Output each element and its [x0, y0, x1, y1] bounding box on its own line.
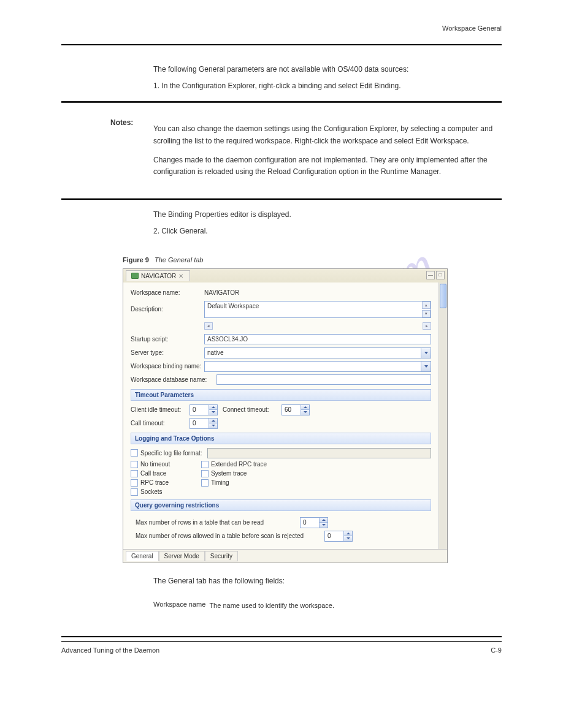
rpc-trace-checkbox[interactable] — [131, 479, 138, 487]
server-type-select[interactable]: native — [204, 347, 431, 358]
specific-log-label: Specific log file format: — [140, 450, 202, 457]
tab-general[interactable]: General — [126, 551, 159, 561]
vertical-scrollbar[interactable] — [439, 282, 447, 549]
chevron-down-icon[interactable] — [421, 362, 431, 371]
max-read-spinner[interactable]: 0 — [300, 517, 328, 528]
sys-trace-label: System trace — [211, 470, 247, 477]
scroll-down-icon[interactable]: ▾ — [422, 310, 431, 317]
footer-left: Advanced Tuning of the Daemon — [61, 646, 159, 654]
step-2: 2. Click General. — [61, 226, 502, 237]
field-ws-name-label: Workspace name — [153, 599, 209, 612]
ws-db-input[interactable] — [216, 374, 431, 385]
spinner-up-icon[interactable] — [301, 405, 309, 410]
bottom-tabbar: General Server Mode Security — [123, 549, 447, 563]
figure-caption-text: The General tab — [155, 256, 204, 264]
scroll-left-icon[interactable]: ◂ — [204, 322, 213, 330]
rpc-trace-label: RPC trace — [140, 479, 169, 486]
spinner-up-icon[interactable] — [319, 518, 327, 523]
note-block: Notes: You can also change the daemon se… — [61, 101, 502, 200]
startup-script-label: Startup script: — [131, 336, 204, 343]
bottom-rule-1 — [61, 636, 502, 637]
spinner-down-icon[interactable] — [209, 410, 217, 415]
ext-rpc-label: Extended RPC trace — [211, 461, 267, 468]
spinner-up-icon[interactable] — [209, 405, 217, 410]
field-ws-name-desc: The name used to identify the workspace. — [209, 599, 334, 612]
timing-label: Timing — [211, 479, 229, 486]
step-1: 1. In the Configuration Explorer, right-… — [61, 80, 502, 92]
editor-window: NAVIGATOR ✕ — □ Workspace name: NAVIGATO… — [123, 268, 448, 563]
ws-binding-select[interactable] — [204, 361, 431, 372]
no-timeout-checkbox[interactable] — [131, 461, 138, 468]
scrollbar-thumb[interactable] — [440, 284, 446, 308]
workspace-name-value: NAVIGATOR — [204, 289, 239, 296]
editor-tabbar: NAVIGATOR ✕ — □ — [123, 269, 447, 282]
sockets-label: Sockets — [140, 488, 163, 495]
tab-security[interactable]: Security — [205, 551, 238, 561]
note-body-1: You can also change the daemon settings … — [153, 123, 502, 146]
tab-server-mode[interactable]: Server Mode — [159, 551, 205, 561]
specific-log-input[interactable] — [207, 448, 431, 458]
connect-timeout-spinner[interactable]: 60 — [282, 404, 310, 415]
description-value: Default Workspace — [205, 301, 261, 311]
ws-db-label: Workspace database name: — [131, 376, 216, 383]
max-scan-label: Max number of rows allowed in a table be… — [136, 533, 320, 539]
body-after: The Binding Properties editor is display… — [61, 209, 502, 221]
startup-script-input[interactable]: AS3OCL34.JO — [204, 334, 431, 344]
scroll-right-icon[interactable]: ▸ — [423, 322, 431, 330]
intro-text: The following General parameters are not… — [61, 64, 502, 75]
query-section-header: Query governing restrictions — [131, 499, 431, 511]
figure-label: Figure 9 — [123, 256, 149, 264]
spinner-down-icon[interactable] — [319, 523, 327, 528]
no-timeout-label: No timeout — [140, 461, 170, 468]
spinner-down-icon[interactable] — [209, 423, 217, 428]
workspace-name-label: Workspace name: — [131, 289, 204, 296]
specific-log-checkbox[interactable] — [131, 449, 138, 457]
page-header: Workspace General — [61, 25, 502, 32]
connect-timeout-label: Connect timeout: — [223, 406, 277, 413]
sockets-checkbox[interactable] — [131, 488, 138, 496]
timeout-section-header: Timeout Parameters — [131, 389, 431, 401]
close-icon[interactable]: ✕ — [178, 273, 185, 279]
description-input[interactable]: Default Workspace ▴ ▾ — [204, 301, 431, 318]
sys-trace-checkbox[interactable] — [201, 470, 209, 477]
editor-tab[interactable]: NAVIGATOR ✕ — [126, 270, 190, 281]
timing-checkbox[interactable] — [201, 479, 209, 487]
editor-tab-title: NAVIGATOR — [141, 273, 176, 279]
field-table: Workspace name The name used to identify… — [153, 599, 334, 612]
max-scan-spinner[interactable]: 0 — [324, 531, 353, 542]
logging-section-header: Logging and Trace Options — [131, 433, 431, 444]
workspace-icon — [131, 273, 139, 279]
ext-rpc-checkbox[interactable] — [201, 461, 209, 468]
call-trace-label: Call trace — [140, 470, 166, 477]
client-idle-label: Client idle timeout: — [131, 406, 185, 413]
spinner-up-icon[interactable] — [209, 419, 217, 423]
spinner-down-icon[interactable] — [301, 410, 309, 415]
ws-binding-label: Workspace binding name: — [131, 363, 204, 370]
spinner-up-icon[interactable] — [343, 531, 352, 536]
spinner-down-icon[interactable] — [343, 536, 352, 541]
top-rule — [61, 44, 502, 45]
footer-right: C-9 — [491, 646, 502, 654]
bottom-rule-2 — [61, 641, 502, 642]
client-idle-spinner[interactable]: 0 — [190, 404, 218, 415]
note-body-2: Changes made to the daemon configuration… — [153, 154, 502, 178]
editor-content: Workspace name: NAVIGATOR Description: D… — [123, 282, 439, 549]
description-label: Description: — [131, 306, 204, 313]
call-timeout-label: Call timeout: — [131, 420, 185, 427]
call-trace-checkbox[interactable] — [131, 470, 138, 477]
note-label: Notes: — [110, 118, 133, 127]
server-type-label: Server type: — [131, 349, 204, 356]
figure-caption: Figure 9 The General tab — [61, 256, 502, 264]
call-timeout-spinner[interactable]: 0 — [190, 418, 218, 429]
fields-intro: The General tab has the following fields… — [61, 575, 502, 587]
maximize-button[interactable]: □ — [436, 271, 445, 279]
chevron-down-icon[interactable] — [421, 348, 431, 358]
max-read-label: Max number of rows in a table that can b… — [136, 519, 295, 526]
scroll-up-icon[interactable]: ▴ — [422, 301, 431, 309]
minimize-button[interactable]: — — [426, 271, 435, 279]
